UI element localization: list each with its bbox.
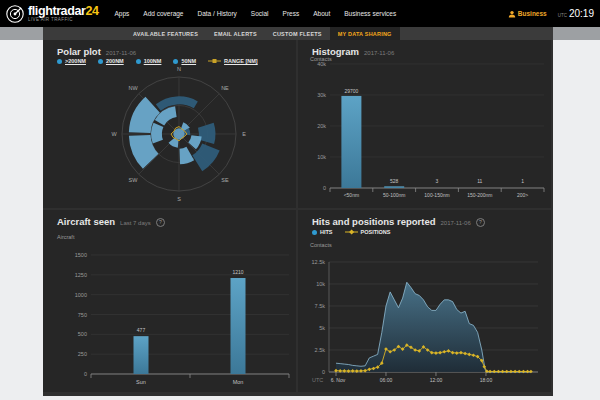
logo-text: flightradar24 xyxy=(28,5,99,18)
polar-legend: >200NM 200NM 100NM 50NM RANGE [NM] xyxy=(57,58,258,64)
tick-label: 1500 xyxy=(75,252,87,258)
nav-data-history[interactable]: Data / History xyxy=(197,10,236,17)
tick-label: SW xyxy=(129,177,139,183)
tick-label: 100-150nm xyxy=(424,192,449,198)
hits-chart: 02.5k5k7.5k10k12.5k6. Nov06:0012:0018:00… xyxy=(298,246,551,392)
tick-label: 750 xyxy=(78,312,87,318)
aircraft-seen-panel: Aircraft seen Last 7 days ? Aircraft 025… xyxy=(43,210,296,392)
tick-label: 6. Nov xyxy=(331,377,346,383)
tick-label: 477 xyxy=(137,327,146,333)
logo-accent: 24 xyxy=(85,4,98,18)
legend-item-gt200nm[interactable]: >200NM xyxy=(57,58,86,64)
hits-area xyxy=(336,282,531,372)
positions-marker xyxy=(529,370,533,374)
tick-label: SE xyxy=(221,177,229,183)
polar-plot-panel: Polar plot 2017-11-06 >200NM 200NM 100NM… xyxy=(43,40,296,208)
tick-label: 528 xyxy=(390,178,399,184)
tick-label: E xyxy=(242,131,246,137)
legend-dot-icon xyxy=(57,59,62,64)
tick-label: 40k xyxy=(317,61,326,67)
account-label: Business xyxy=(518,10,547,17)
subnav: AVAILABLE FEATURES EMAIL ALERTS CUSTOM F… xyxy=(43,27,553,40)
tick-label: 3 xyxy=(436,178,439,184)
positions-marker xyxy=(522,370,526,374)
nav-press[interactable]: Press xyxy=(283,10,300,17)
hits-positions-panel: Hits and positions reported 2017-11-06 ?… xyxy=(298,210,551,392)
help-icon[interactable]: ? xyxy=(156,218,165,227)
tick-label: 5k xyxy=(319,325,325,331)
legend-item-50nm[interactable]: 50NM xyxy=(173,58,196,64)
nav-about[interactable]: About xyxy=(313,10,330,17)
histogram-chart: 010k20k30k40k29700<50nm52850-100nm3100-1… xyxy=(298,54,551,208)
polar-sector xyxy=(180,147,195,164)
legend-dot-icon xyxy=(173,59,178,64)
tick-label: Mon xyxy=(233,379,244,385)
utc-label: UTC xyxy=(558,13,567,18)
tick-label: 1000 xyxy=(75,292,87,298)
tick-label: 1250 xyxy=(75,272,87,278)
positions-marker xyxy=(509,370,513,374)
legend-dot-icon xyxy=(136,59,141,64)
polar-chart: NNEESESSWWNW xyxy=(43,66,296,206)
tick-label: NW xyxy=(128,85,138,91)
nav-apps[interactable]: Apps xyxy=(115,10,130,17)
legend-item-hits[interactable]: HITS xyxy=(312,229,333,235)
polar-sector xyxy=(188,135,201,149)
positions-marker xyxy=(492,370,496,374)
user-icon xyxy=(508,10,516,18)
tab-my-data-sharing[interactable]: MY DATA SHARING xyxy=(330,27,400,40)
tick-label: 29700 xyxy=(344,88,358,94)
dashboard-content: Polar plot 2017-11-06 >200NM 200NM 100NM… xyxy=(43,40,553,396)
tick-label: 0 xyxy=(323,185,326,191)
nav-social[interactable]: Social xyxy=(251,10,269,17)
positions-marker xyxy=(513,370,517,374)
aircraft-bar xyxy=(231,278,246,374)
tick-label: 12.5k xyxy=(312,259,326,265)
tab-available-features[interactable]: AVAILABLE FEATURES xyxy=(125,27,206,40)
positions-marker xyxy=(517,370,521,374)
tick-label: <50nm xyxy=(344,192,359,198)
polar-plot-date: 2017-11-06 xyxy=(106,50,136,56)
tab-custom-fleets[interactable]: CUSTOM FLEETS xyxy=(265,27,330,40)
tick-label: 0 xyxy=(322,369,325,375)
legend-item-200nm[interactable]: 200NM xyxy=(98,58,124,64)
hits-positions-date: 2017-11-06 xyxy=(441,220,471,226)
histogram-panel: Histogram 2017-11-06 Contacts 010k20k30k… xyxy=(298,40,551,208)
aircraft-seen-title: Aircraft seen xyxy=(57,216,115,227)
nav-business-services[interactable]: Business services xyxy=(344,10,396,17)
legend-item-range[interactable]: RANGE [NM] xyxy=(208,58,258,64)
nav-add-coverage[interactable]: Add coverage xyxy=(143,10,183,17)
main-nav: Apps Add coverage Data / History Social … xyxy=(115,10,397,17)
tick-label: 10k xyxy=(317,154,326,160)
positions-marker xyxy=(505,370,509,374)
positions-marker xyxy=(488,370,492,374)
clock-time: 20:19 xyxy=(569,8,594,19)
legend-item-100nm[interactable]: 100NM xyxy=(136,58,162,64)
legend-item-positions[interactable]: POSITIONS xyxy=(345,229,391,235)
account-business-button[interactable]: Business xyxy=(508,10,547,18)
polar-sector xyxy=(151,123,163,144)
tab-email-alerts[interactable]: EMAIL ALERTS xyxy=(206,27,265,40)
tick-label: UTC xyxy=(312,377,323,383)
tick-label: 20k xyxy=(317,123,326,129)
legend-dot-icon xyxy=(312,230,317,235)
radar-icon xyxy=(5,4,25,24)
tick-label: N xyxy=(177,66,181,72)
tick-label: W xyxy=(111,131,117,137)
top-header: flightradar24 LIVE AIR TRAFFIC Apps Add … xyxy=(0,0,600,27)
aircraft-chart: 0250500750100012501500477Sun1210Mon xyxy=(43,240,296,392)
help-icon[interactable]: ? xyxy=(476,218,485,227)
tick-label: 200> xyxy=(517,192,528,198)
positions-marker xyxy=(501,370,505,374)
logo-tagline: LIVE AIR TRAFFIC xyxy=(28,18,99,23)
tick-label: S xyxy=(177,196,181,202)
tick-label: 10k xyxy=(316,281,325,287)
range-marker-icon xyxy=(208,58,221,64)
tick-label: 1 xyxy=(521,178,524,184)
tick-label: 06:00 xyxy=(380,377,393,383)
flightradar24-logo[interactable]: flightradar24 LIVE AIR TRAFFIC xyxy=(5,4,99,24)
aircraft-seen-subtitle: Last 7 days xyxy=(120,220,151,226)
subnav-row: AVAILABLE FEATURES EMAIL ALERTS CUSTOM F… xyxy=(0,27,600,40)
hits-legend: HITS POSITIONS xyxy=(312,229,390,235)
aircraft-bar xyxy=(134,336,149,374)
